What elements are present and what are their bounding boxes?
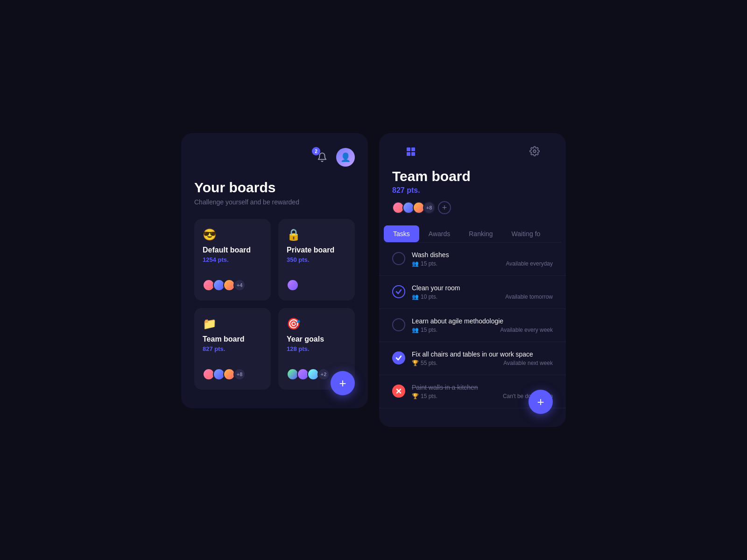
add-task-button[interactable]: + bbox=[529, 390, 553, 414]
notification-button[interactable]: 2 bbox=[314, 149, 331, 166]
task-pts: 👥 10 pts. bbox=[412, 294, 437, 300]
add-member-button[interactable]: + bbox=[438, 201, 451, 214]
board-emoji: 🔒 bbox=[287, 228, 346, 241]
x-icon bbox=[395, 388, 402, 394]
board-pts: 128 pts. bbox=[287, 345, 346, 352]
header-icons: 2 👤 bbox=[194, 148, 355, 167]
team-board-pts: 827 pts. bbox=[392, 186, 553, 195]
pts-icon: 👥 bbox=[412, 260, 419, 267]
board-name: Private board bbox=[287, 246, 346, 254]
boards-grid: 😎 Default board 1254 pts. +4 🔒 Private b… bbox=[194, 219, 355, 390]
app-container: 2 👤 Your boards Challenge yourself and b… bbox=[181, 133, 566, 427]
user-avatar[interactable]: 👤 bbox=[336, 148, 355, 167]
avatar-count: +2 bbox=[317, 368, 330, 380]
task-pts: 👥 15 pts. bbox=[412, 260, 437, 267]
board-pts: 1254 pts. bbox=[203, 256, 262, 263]
board-avatars bbox=[287, 279, 346, 291]
task-name-strikethrough: Paint walls in a kitchen bbox=[412, 384, 553, 391]
task-content: Clean your room 👥 10 pts. Available tomo… bbox=[412, 284, 553, 300]
board-pts: 350 pts. bbox=[287, 256, 346, 263]
board-pts: 827 pts. bbox=[203, 345, 262, 352]
board-emoji: 🎯 bbox=[287, 317, 346, 330]
panel-top-section: Team board 827 pts. +8 + bbox=[379, 146, 566, 214]
board-name: Team board bbox=[203, 335, 262, 343]
right-panel: Team board 827 pts. +8 + Tasks Awards Ra… bbox=[379, 133, 566, 427]
board-avatars: +4 bbox=[203, 279, 262, 291]
tab-waiting[interactable]: Waiting fo bbox=[502, 225, 550, 242]
grid-icon bbox=[405, 146, 416, 159]
board-name: Default board bbox=[203, 246, 262, 254]
trophy-icon: 🏆 bbox=[412, 360, 419, 366]
task-checkbox[interactable] bbox=[392, 318, 405, 331]
add-board-button[interactable]: + bbox=[331, 371, 355, 395]
task-availability: Available tomorrow bbox=[505, 294, 553, 300]
notification-badge: 2 bbox=[312, 147, 320, 155]
tabs-container: Tasks Awards Ranking Waiting fo bbox=[379, 225, 566, 243]
trophy-icon: 🏆 bbox=[412, 393, 419, 399]
board-card-default[interactable]: 😎 Default board 1254 pts. +4 bbox=[194, 219, 271, 301]
task-content: Learn about agile methodologie 👥 15 pts.… bbox=[412, 317, 553, 333]
board-name: Year goals bbox=[287, 335, 346, 343]
avatar-count: +4 bbox=[233, 279, 246, 291]
check-icon bbox=[395, 288, 402, 295]
gear-icon bbox=[529, 146, 540, 156]
team-avatars-row: +8 + bbox=[392, 201, 553, 214]
task-meta: 🏆 55 pts. Available next week bbox=[412, 360, 553, 366]
task-checkbox-cancelled[interactable] bbox=[392, 385, 405, 398]
empty-circle-icon bbox=[396, 322, 402, 328]
task-meta: 👥 15 pts. Available everyday bbox=[412, 260, 553, 267]
check-icon bbox=[395, 355, 402, 361]
team-avatar-count: +8 bbox=[423, 202, 435, 214]
task-checkbox-completed[interactable] bbox=[392, 285, 405, 298]
task-availability: Available every week bbox=[500, 327, 553, 333]
task-name: Wash dishes bbox=[412, 251, 553, 259]
task-availability: Available everyday bbox=[506, 260, 553, 267]
task-name: Fix all chairs and tables in our work sp… bbox=[412, 350, 553, 358]
task-pts: 🏆 15 pts. bbox=[412, 393, 437, 399]
task-item: Fix all chairs and tables in our work sp… bbox=[379, 342, 566, 375]
board-avatars: +8 bbox=[203, 368, 262, 380]
tab-awards[interactable]: Awards bbox=[419, 225, 459, 242]
task-name: Clean your room bbox=[412, 284, 553, 292]
tab-ranking[interactable]: Ranking bbox=[459, 225, 502, 242]
board-emoji: 😎 bbox=[203, 228, 262, 241]
page-subtitle: Challenge yourself and be rewarded bbox=[194, 198, 355, 206]
tasks-list: Wash dishes 👥 15 pts. Available everyday bbox=[379, 243, 566, 408]
page-title: Your boards bbox=[194, 180, 355, 196]
svg-rect-2 bbox=[407, 152, 410, 156]
task-pts: 🏆 55 pts. bbox=[412, 360, 437, 366]
task-content: Wash dishes 👥 15 pts. Available everyday bbox=[412, 251, 553, 267]
left-panel: 2 👤 Your boards Challenge yourself and b… bbox=[181, 133, 368, 408]
task-item: Wash dishes 👥 15 pts. Available everyday bbox=[379, 243, 566, 276]
svg-point-4 bbox=[533, 150, 536, 153]
task-name: Learn about agile methodologie bbox=[412, 317, 553, 325]
team-board-title: Team board bbox=[392, 168, 553, 184]
task-pts: 👥 15 pts. bbox=[412, 327, 437, 333]
pts-icon: 👥 bbox=[412, 294, 419, 300]
board-card-team[interactable]: 📁 Team board 827 pts. +8 bbox=[194, 308, 271, 390]
mini-avatar bbox=[287, 279, 299, 291]
task-item: Learn about agile methodologie 👥 15 pts.… bbox=[379, 309, 566, 342]
svg-rect-0 bbox=[407, 147, 410, 151]
task-content: Fix all chairs and tables in our work sp… bbox=[412, 350, 553, 366]
board-emoji: 📁 bbox=[203, 317, 262, 330]
task-checkbox[interactable] bbox=[392, 252, 405, 265]
avatar-count: +8 bbox=[233, 368, 246, 380]
task-meta: 👥 10 pts. Available tomorrow bbox=[412, 294, 553, 300]
right-panel-header bbox=[392, 146, 553, 159]
task-checkbox-done[interactable] bbox=[392, 351, 405, 364]
pts-icon: 👥 bbox=[412, 327, 419, 333]
task-availability: Available next week bbox=[503, 360, 553, 366]
tabs-row: Tasks Awards Ranking Waiting fo bbox=[384, 225, 561, 243]
board-card-private[interactable]: 🔒 Private board 350 pts. bbox=[278, 219, 355, 301]
settings-icon[interactable] bbox=[529, 146, 540, 158]
empty-circle-icon bbox=[396, 256, 402, 261]
svg-rect-1 bbox=[411, 147, 415, 151]
grid-svg bbox=[405, 146, 416, 157]
task-meta: 👥 15 pts. Available every week bbox=[412, 327, 553, 333]
task-item: Clean your room 👥 10 pts. Available tomo… bbox=[379, 276, 566, 309]
svg-rect-3 bbox=[411, 152, 415, 156]
tab-tasks[interactable]: Tasks bbox=[384, 225, 419, 242]
